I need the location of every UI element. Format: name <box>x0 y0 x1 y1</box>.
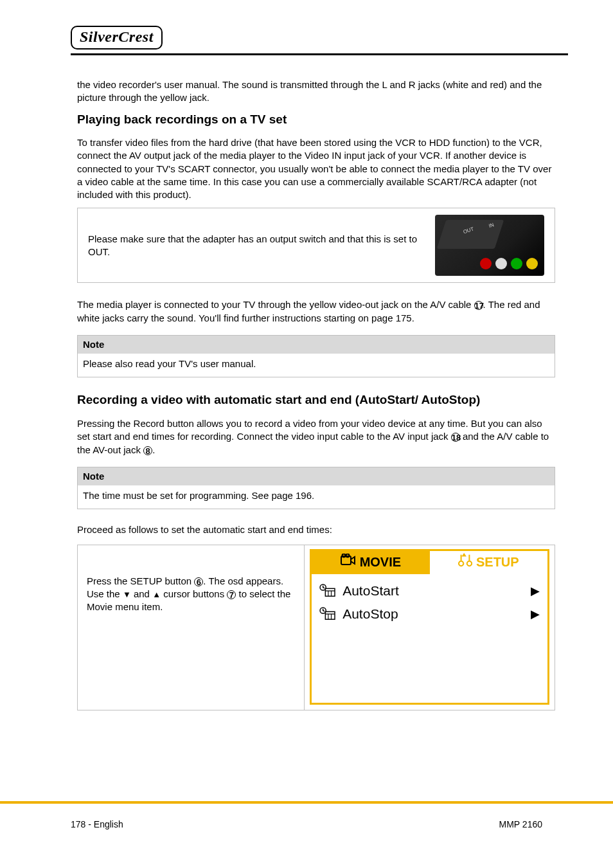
section2-para2: Proceed as follows to set the automatic … <box>77 523 555 536</box>
callout-box-adapter: Please make sure that the adapter has an… <box>77 208 555 283</box>
footer-rule <box>0 801 613 804</box>
schedule-icon <box>319 584 336 598</box>
chevron-right-icon: ▶ <box>531 606 540 622</box>
svg-rect-4 <box>326 588 335 596</box>
osd-item-autostop: AutoStop ▶ <box>318 602 541 626</box>
osd-item-label: AutoStop <box>342 605 524 623</box>
callout-text: Please make sure that the adapter has an… <box>88 233 422 259</box>
brand-logo: SilverCrest <box>71 26 163 50</box>
schedule-icon <box>319 607 336 621</box>
section1-para2: The media player is connected to your TV… <box>77 298 555 325</box>
footer-model: MMP 2160 <box>499 819 542 829</box>
section2-para1: Pressing the Record button allows you to… <box>77 417 555 457</box>
note-body: Please also read your TV's user manual. <box>78 354 555 377</box>
osd-tab-setup: SETUP <box>430 551 547 574</box>
section1-para1: To transfer video files from the hard dr… <box>77 136 555 201</box>
osd-tab-setup-label: SETUP <box>476 554 519 571</box>
osd-item-label: AutoStart <box>342 582 524 600</box>
lead-paragraph: the video recorder's user manual. The so… <box>77 78 555 105</box>
ref-marker-7: 7 <box>227 590 236 599</box>
cursor-up-icon: ▲ <box>152 590 161 599</box>
note-box-time: Note The time must be set for programmin… <box>77 467 555 510</box>
scart-adapter-image: OUT IN <box>435 215 544 276</box>
movie-icon <box>341 554 356 571</box>
chevron-right-icon: ▶ <box>531 583 540 599</box>
note-heading: Note <box>78 336 555 354</box>
section-heading-playback: Playing back recordings on a TV set <box>77 111 555 128</box>
setup-icon <box>458 553 472 572</box>
note-box-tv-manual: Note Please also read your TV's user man… <box>77 335 555 378</box>
osd-tab-movie-label: MOVIE <box>360 554 401 571</box>
ref-marker-8: 8 <box>143 446 152 455</box>
instruction-text: Press the SETUP button 6. The osd appear… <box>78 545 305 710</box>
section-heading-autostartstop: Recording a video with automatic start a… <box>77 392 555 408</box>
osd-tab-movie: MOVIE <box>312 551 429 574</box>
footer-page-lang: 178 - English <box>71 819 123 829</box>
instruction-osd-row: Press the SETUP button 6. The osd appear… <box>77 545 555 711</box>
ref-marker-6: 6 <box>194 577 203 586</box>
cursor-down-icon: ▼ <box>123 590 131 599</box>
osd-item-autostart: AutoStart ▶ <box>318 579 541 602</box>
note-body: The time must be set for programming. Se… <box>78 485 555 509</box>
note-heading: Note <box>78 467 555 485</box>
ref-marker-18: 18 <box>451 433 460 442</box>
osd-screenshot: MOVIE SETUP <box>310 549 549 705</box>
svg-rect-9 <box>326 611 335 619</box>
ref-marker-17: 17 <box>474 301 483 310</box>
